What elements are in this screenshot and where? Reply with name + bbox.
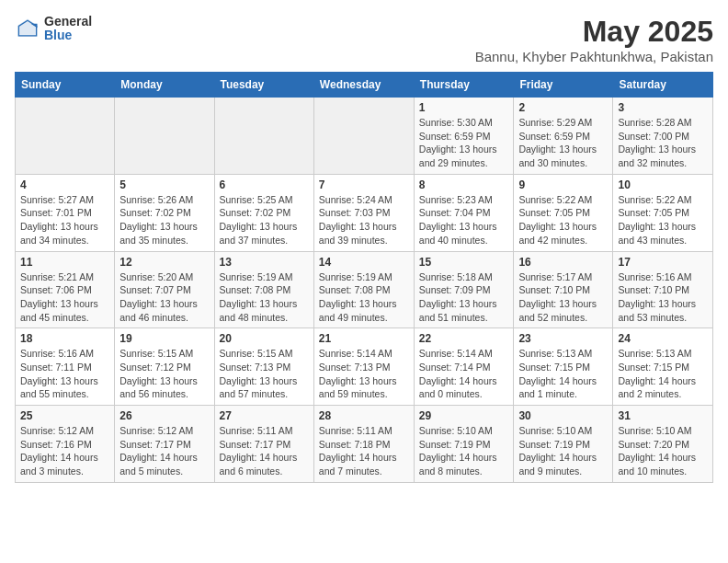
day-info: Sunrise: 5:12 AM Sunset: 7:16 PM Dayligh… bbox=[20, 424, 109, 478]
day-info: Sunrise: 5:17 AM Sunset: 7:10 PM Dayligh… bbox=[518, 270, 608, 325]
calendar-cell: 30Sunrise: 5:10 AM Sunset: 7:19 PM Dayli… bbox=[514, 406, 613, 483]
day-number: 12 bbox=[119, 256, 209, 269]
day-number: 30 bbox=[518, 409, 608, 422]
header-day-monday: Monday bbox=[115, 73, 214, 98]
page-header: General Blue May 2025 Bannu, Khyber Pakh… bbox=[15, 15, 713, 64]
day-number: 16 bbox=[518, 256, 608, 269]
day-info: Sunrise: 5:19 AM Sunset: 7:08 PM Dayligh… bbox=[220, 270, 309, 325]
calendar-cell: 18Sunrise: 5:16 AM Sunset: 7:11 PM Dayli… bbox=[16, 328, 115, 406]
day-info: Sunrise: 5:14 AM Sunset: 7:13 PM Dayligh… bbox=[319, 347, 409, 401]
day-number: 21 bbox=[319, 332, 409, 345]
day-info: Sunrise: 5:18 AM Sunset: 7:09 PM Dayligh… bbox=[419, 270, 509, 325]
day-info: Sunrise: 5:10 AM Sunset: 7:20 PM Dayligh… bbox=[618, 424, 708, 478]
calendar-cell bbox=[115, 98, 214, 175]
day-number: 4 bbox=[20, 178, 109, 191]
calendar-table: SundayMondayTuesdayWednesdayThursdayFrid… bbox=[15, 72, 713, 483]
calendar-cell: 11Sunrise: 5:21 AM Sunset: 7:06 PM Dayli… bbox=[16, 251, 115, 328]
week-row-1: 4Sunrise: 5:27 AM Sunset: 7:01 PM Daylig… bbox=[16, 174, 713, 251]
week-row-0: 1Sunrise: 5:30 AM Sunset: 6:59 PM Daylig… bbox=[16, 98, 713, 175]
calendar-cell: 14Sunrise: 5:19 AM Sunset: 7:08 PM Dayli… bbox=[313, 251, 414, 328]
day-number: 17 bbox=[618, 256, 708, 269]
day-number: 23 bbox=[518, 332, 608, 345]
calendar-cell: 13Sunrise: 5:19 AM Sunset: 7:08 PM Dayli… bbox=[214, 251, 313, 328]
calendar-cell: 23Sunrise: 5:13 AM Sunset: 7:15 PM Dayli… bbox=[514, 328, 613, 406]
day-info: Sunrise: 5:13 AM Sunset: 7:15 PM Dayligh… bbox=[518, 347, 608, 401]
day-info: Sunrise: 5:12 AM Sunset: 7:17 PM Dayligh… bbox=[119, 424, 209, 478]
calendar-cell: 9Sunrise: 5:22 AM Sunset: 7:05 PM Daylig… bbox=[514, 174, 613, 251]
title-block: May 2025 Bannu, Khyber Pakhtunkhwa, Paki… bbox=[475, 15, 713, 64]
calendar-cell: 15Sunrise: 5:18 AM Sunset: 7:09 PM Dayli… bbox=[414, 251, 514, 328]
day-info: Sunrise: 5:15 AM Sunset: 7:13 PM Dayligh… bbox=[220, 347, 309, 401]
calendar-cell: 25Sunrise: 5:12 AM Sunset: 7:16 PM Dayli… bbox=[16, 406, 115, 483]
calendar-cell: 27Sunrise: 5:11 AM Sunset: 7:17 PM Dayli… bbox=[214, 406, 313, 483]
calendar-cell: 10Sunrise: 5:22 AM Sunset: 7:05 PM Dayli… bbox=[613, 174, 713, 251]
day-info: Sunrise: 5:11 AM Sunset: 7:17 PM Dayligh… bbox=[220, 424, 309, 478]
day-number: 20 bbox=[220, 332, 309, 345]
calendar-cell: 26Sunrise: 5:12 AM Sunset: 7:17 PM Dayli… bbox=[115, 406, 214, 483]
calendar-cell: 4Sunrise: 5:27 AM Sunset: 7:01 PM Daylig… bbox=[16, 174, 115, 251]
calendar-cell: 7Sunrise: 5:24 AM Sunset: 7:03 PM Daylig… bbox=[313, 174, 414, 251]
calendar-cell: 22Sunrise: 5:14 AM Sunset: 7:14 PM Dayli… bbox=[414, 328, 514, 406]
day-info: Sunrise: 5:19 AM Sunset: 7:08 PM Dayligh… bbox=[319, 270, 409, 325]
day-info: Sunrise: 5:26 AM Sunset: 7:02 PM Dayligh… bbox=[119, 193, 209, 247]
day-info: Sunrise: 5:14 AM Sunset: 7:14 PM Dayligh… bbox=[419, 347, 509, 401]
header-day-thursday: Thursday bbox=[414, 73, 514, 98]
calendar-cell: 6Sunrise: 5:25 AM Sunset: 7:02 PM Daylig… bbox=[214, 174, 313, 251]
day-number: 15 bbox=[419, 256, 509, 269]
day-number: 10 bbox=[618, 178, 708, 191]
day-number: 28 bbox=[319, 409, 409, 422]
day-number: 14 bbox=[319, 256, 409, 269]
calendar-cell: 24Sunrise: 5:13 AM Sunset: 7:15 PM Dayli… bbox=[613, 328, 713, 406]
calendar-cell: 1Sunrise: 5:30 AM Sunset: 6:59 PM Daylig… bbox=[414, 98, 514, 175]
day-number: 31 bbox=[618, 409, 708, 422]
day-info: Sunrise: 5:10 AM Sunset: 7:19 PM Dayligh… bbox=[419, 424, 509, 478]
day-info: Sunrise: 5:16 AM Sunset: 7:10 PM Dayligh… bbox=[618, 270, 708, 325]
day-info: Sunrise: 5:28 AM Sunset: 7:00 PM Dayligh… bbox=[618, 116, 708, 170]
header-day-sunday: Sunday bbox=[16, 73, 115, 98]
calendar-cell: 20Sunrise: 5:15 AM Sunset: 7:13 PM Dayli… bbox=[214, 328, 313, 406]
calendar-cell: 5Sunrise: 5:26 AM Sunset: 7:02 PM Daylig… bbox=[115, 174, 214, 251]
header-day-wednesday: Wednesday bbox=[313, 73, 414, 98]
day-info: Sunrise: 5:15 AM Sunset: 7:12 PM Dayligh… bbox=[119, 347, 209, 401]
header-day-tuesday: Tuesday bbox=[214, 73, 313, 98]
logo-icon bbox=[15, 16, 40, 41]
calendar-cell bbox=[214, 98, 313, 175]
day-number: 6 bbox=[220, 178, 309, 191]
day-number: 1 bbox=[419, 101, 509, 114]
day-number: 8 bbox=[419, 178, 509, 191]
day-number: 5 bbox=[119, 178, 209, 191]
calendar-cell: 8Sunrise: 5:23 AM Sunset: 7:04 PM Daylig… bbox=[414, 174, 514, 251]
day-number: 11 bbox=[20, 256, 109, 269]
calendar-subtitle: Bannu, Khyber Pakhtunkhwa, Pakistan bbox=[475, 49, 713, 64]
day-info: Sunrise: 5:13 AM Sunset: 7:15 PM Dayligh… bbox=[618, 347, 708, 401]
day-info: Sunrise: 5:29 AM Sunset: 6:59 PM Dayligh… bbox=[518, 116, 608, 170]
calendar-cell: 3Sunrise: 5:28 AM Sunset: 7:00 PM Daylig… bbox=[613, 98, 713, 175]
header-row: SundayMondayTuesdayWednesdayThursdayFrid… bbox=[16, 73, 713, 98]
logo: General Blue bbox=[15, 15, 92, 43]
day-number: 13 bbox=[220, 256, 309, 269]
header-day-saturday: Saturday bbox=[613, 73, 713, 98]
calendar-cell: 31Sunrise: 5:10 AM Sunset: 7:20 PM Dayli… bbox=[613, 406, 713, 483]
logo-general-text: General bbox=[44, 15, 92, 29]
day-info: Sunrise: 5:22 AM Sunset: 7:05 PM Dayligh… bbox=[618, 193, 708, 247]
calendar-cell: 16Sunrise: 5:17 AM Sunset: 7:10 PM Dayli… bbox=[514, 251, 613, 328]
day-number: 3 bbox=[618, 101, 708, 114]
calendar-cell: 17Sunrise: 5:16 AM Sunset: 7:10 PM Dayli… bbox=[613, 251, 713, 328]
logo-blue-text: Blue bbox=[44, 29, 92, 42]
calendar-cell: 19Sunrise: 5:15 AM Sunset: 7:12 PM Dayli… bbox=[115, 328, 214, 406]
week-row-3: 18Sunrise: 5:16 AM Sunset: 7:11 PM Dayli… bbox=[16, 328, 713, 406]
calendar-cell: 29Sunrise: 5:10 AM Sunset: 7:19 PM Dayli… bbox=[414, 406, 514, 483]
day-info: Sunrise: 5:22 AM Sunset: 7:05 PM Dayligh… bbox=[518, 193, 608, 247]
day-info: Sunrise: 5:24 AM Sunset: 7:03 PM Dayligh… bbox=[319, 193, 409, 247]
calendar-title: May 2025 bbox=[475, 15, 713, 49]
week-row-4: 25Sunrise: 5:12 AM Sunset: 7:16 PM Dayli… bbox=[16, 406, 713, 483]
day-number: 19 bbox=[119, 332, 209, 345]
day-info: Sunrise: 5:30 AM Sunset: 6:59 PM Dayligh… bbox=[419, 116, 509, 170]
calendar-cell bbox=[16, 98, 115, 175]
logo-text: General Blue bbox=[44, 15, 92, 43]
calendar-body: 1Sunrise: 5:30 AM Sunset: 6:59 PM Daylig… bbox=[16, 98, 713, 483]
day-info: Sunrise: 5:23 AM Sunset: 7:04 PM Dayligh… bbox=[419, 193, 509, 247]
day-number: 18 bbox=[20, 332, 109, 345]
day-number: 7 bbox=[319, 178, 409, 191]
header-day-friday: Friday bbox=[514, 73, 613, 98]
